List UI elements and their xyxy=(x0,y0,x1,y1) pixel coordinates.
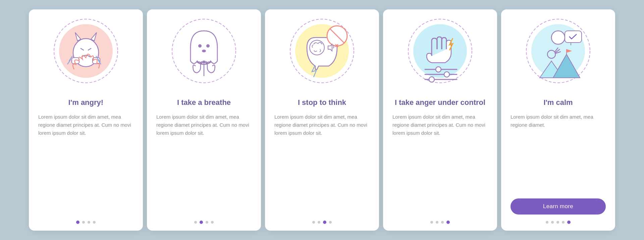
dot-4 xyxy=(211,221,214,224)
dot-3 xyxy=(441,221,444,224)
dot-2 xyxy=(551,221,554,224)
card-control-dots xyxy=(430,221,450,224)
svg-point-28 xyxy=(444,72,449,77)
card-angry-title: I'm angry! xyxy=(68,98,103,108)
dot-2 xyxy=(200,221,203,224)
svg-point-11 xyxy=(198,44,202,48)
card-calm-title: I'm calm xyxy=(543,98,573,108)
card-think-body: Lorem ipsum dolor sit dim amet, mea regi… xyxy=(274,113,370,215)
dot-2 xyxy=(436,221,438,224)
svg-point-26 xyxy=(436,67,441,72)
dot-4 xyxy=(446,221,450,224)
cards-container: I'm angry! Lorem ipsum dolor sit dim ame… xyxy=(21,1,623,239)
card-think-title: I stop to think xyxy=(298,98,346,108)
illustration-think xyxy=(285,17,359,91)
dot-1 xyxy=(76,221,79,224)
dot-1 xyxy=(194,221,197,224)
card-angry: I'm angry! Lorem ipsum dolor sit dim ame… xyxy=(29,9,143,231)
card-breathe: I take a breathe Lorem ipsum dolor sit d… xyxy=(147,9,261,231)
dot-2 xyxy=(318,221,320,224)
card-calm-body: Lorem ipsum dolor sit dim amet, mea regi… xyxy=(511,113,606,193)
card-control-body: Lorem ipsum dolor sit dim amet, mea regi… xyxy=(392,113,488,215)
illustration-angry xyxy=(49,17,123,91)
card-angry-body: Lorem ipsum dolor sit dim amet, mea regi… xyxy=(38,113,133,215)
card-breathe-body: Lorem ipsum dolor sit dim amet, mea regi… xyxy=(156,113,252,215)
illustration-calm xyxy=(521,17,595,91)
card-calm-dots xyxy=(546,221,571,224)
svg-point-33 xyxy=(551,31,565,44)
svg-point-12 xyxy=(206,44,210,48)
card-think: I stop to think Lorem ipsum dolor sit di… xyxy=(265,9,379,231)
dot-4 xyxy=(93,221,96,224)
illustration-control xyxy=(403,17,477,91)
learn-more-button[interactable]: Learn more xyxy=(511,198,606,215)
illustration-breathe xyxy=(167,17,241,91)
svg-point-13 xyxy=(202,50,206,52)
dot-1 xyxy=(546,221,548,224)
dot-3 xyxy=(88,221,90,224)
dot-1 xyxy=(312,221,315,224)
svg-point-30 xyxy=(429,77,434,82)
card-think-dots xyxy=(312,221,332,224)
dot-4 xyxy=(329,221,332,224)
dot-5 xyxy=(567,221,571,224)
dot-4 xyxy=(562,221,565,224)
card-calm: I'm calm Lorem ipsum dolor sit dim amet,… xyxy=(501,9,615,231)
card-control-title: I take anger under control xyxy=(395,98,485,108)
dot-3 xyxy=(556,221,559,224)
dot-1 xyxy=(430,221,433,224)
dot-2 xyxy=(82,221,85,224)
card-breathe-dots xyxy=(194,221,214,224)
dot-3 xyxy=(323,221,326,224)
svg-rect-42 xyxy=(565,31,582,43)
card-control: I take anger under control Lorem ipsum d… xyxy=(383,9,497,231)
dot-3 xyxy=(206,221,208,224)
card-breathe-title: I take a breathe xyxy=(177,98,231,108)
card-angry-dots xyxy=(76,221,96,224)
